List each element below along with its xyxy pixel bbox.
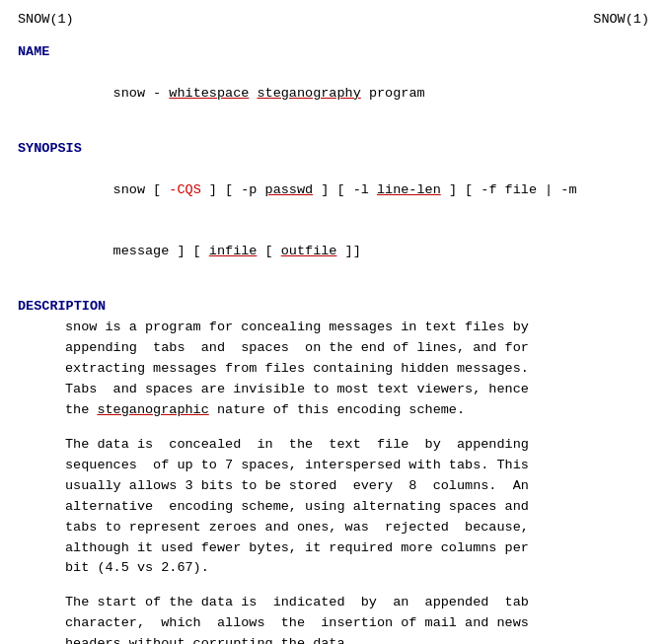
steganography-underline: steganography xyxy=(257,86,360,101)
desc-para3: The start of the data is indicated by an… xyxy=(65,593,649,644)
header-right: SNOW(1) xyxy=(593,12,649,27)
outfile-underline: outfile xyxy=(281,244,337,258)
infile-underline: infile xyxy=(209,244,258,258)
synopsis-line1: snow [ -CQS ] [ -p passwd ] [ -l line-le… xyxy=(65,160,649,222)
section-synopsis-title: SYNOPSIS xyxy=(18,141,649,156)
section-name-body: snow - whitespace steganography program xyxy=(65,63,649,125)
section-synopsis-body: snow [ -CQS ] [ -p passwd ] [ -l line-le… xyxy=(65,160,649,284)
page-header: SNOW(1) SNOW(1) xyxy=(18,12,649,27)
section-description-body: snow is a program for concealing message… xyxy=(65,318,649,644)
section-description: DESCRIPTION snow is a program for concea… xyxy=(18,299,649,644)
desc-para2: The data is concealed in the text file b… xyxy=(65,435,649,579)
synopsis-line2: message ] [ infile [ outfile ]] xyxy=(65,222,649,284)
section-synopsis: SYNOPSIS snow [ -CQS ] [ -p passwd ] [ -… xyxy=(18,141,649,284)
whitespace-underline: whitespace xyxy=(169,86,249,101)
name-content: snow - whitespace steganography program xyxy=(65,63,649,125)
line-len-underline: line-len xyxy=(377,182,441,197)
flag-cqs: -CQS xyxy=(169,182,200,197)
passwd-underline: passwd xyxy=(265,182,314,197)
section-description-title: DESCRIPTION xyxy=(18,299,649,314)
header-left: SNOW(1) xyxy=(18,12,74,27)
steganographic-underline: steganographic xyxy=(97,402,208,417)
section-name: NAME snow - whitespace steganography pro… xyxy=(18,44,649,125)
section-name-title: NAME xyxy=(18,44,649,59)
desc-para1: snow is a program for concealing message… xyxy=(65,318,649,421)
